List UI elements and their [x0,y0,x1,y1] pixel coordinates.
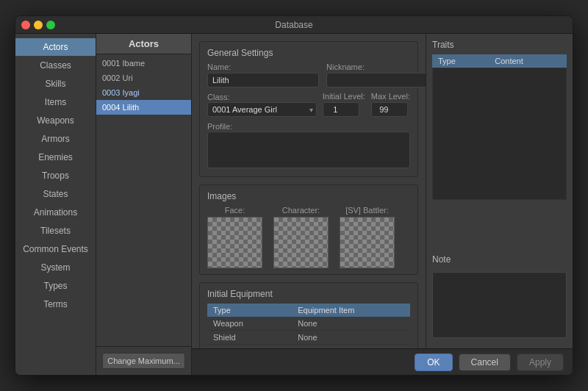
profile-label: Profile: [207,122,232,131]
database-window: Database Actors Classes Skills Items Wea… [15,15,573,376]
main-content: Actors Classes Skills Items Weapons Armo… [15,34,573,375]
equip-item-weapon: None [292,317,410,331]
sidebar-item-troops[interactable]: Troops [15,167,96,184]
sidebar-item-system[interactable]: System [15,259,96,276]
class-select[interactable]: 0001 Average Girl [207,102,317,117]
sidebar-item-actors[interactable]: Actors [15,38,96,56]
level-fields: Initial Level: Max Level: [323,92,410,117]
actor-item-1[interactable]: 0001 Ibame [96,56,191,71]
window-title: Database [275,20,312,30]
face-preview[interactable] [207,217,262,268]
general-settings-section: General Settings Name: Nickname: [199,41,418,177]
actors-list: 0001 Ibame 0002 Uri 0003 Iyagi 0004 Lili… [96,54,191,346]
traits-label: Traits [432,40,567,50]
cancel-button[interactable]: Cancel [459,354,511,371]
equip-row-weapon[interactable]: Weapon None [207,317,410,331]
sv-battler-slot: [SV] Battler: [340,206,395,268]
name-field-group: Name: [207,62,319,87]
initial-level-group: Initial Level: [323,92,365,117]
sidebar-item-states[interactable]: States [15,185,96,203]
apply-button[interactable]: Apply [517,354,564,371]
titlebar: Database [15,16,573,34]
actors-panel-footer: Change Maximum... [96,346,191,375]
max-level-label: Max Level: [371,92,410,101]
equip-item-shield: None [292,331,410,345]
character-slot: Character: [273,206,329,268]
ok-button[interactable]: OK [415,354,452,371]
initial-level-label: Initial Level: [323,92,365,101]
sidebar-item-types[interactable]: Types [15,277,96,295]
equip-col-type: Type [207,304,292,317]
nickname-field-group: Nickname: [326,62,426,87]
face-label: Face: [225,206,245,215]
class-row: Class: 0001 Average Girl [207,92,410,117]
profile-textarea[interactable] [207,132,410,168]
equipment-label: Initial Equipment [207,289,410,299]
equip-col-item: Equipment Item [292,304,410,317]
change-maximum-button[interactable]: Change Maximum... [102,353,185,369]
equipment-table: Type Equipment Item Weapon None [207,304,410,348]
nickname-input[interactable] [326,73,426,87]
minimize-button[interactable] [34,21,43,29]
actors-panel-header: Actors [96,34,191,54]
equip-type-shield: Shield [207,331,292,345]
name-input[interactable] [207,73,319,87]
equip-row-shield[interactable]: Shield None [207,331,410,345]
content-area: General Settings Name: Nickname: [192,34,573,375]
sidebar-item-skills[interactable]: Skills [15,75,96,93]
left-nav: Actors Classes Skills Items Weapons Armo… [15,34,96,375]
profile-group: Profile: [207,121,410,171]
bottom-bar: OK Cancel Apply [192,348,573,375]
images-section: Images Face: Character: [SV] B [199,184,418,275]
sidebar-item-weapons[interactable]: Weapons [15,112,96,129]
traits-col-content: Content [489,54,567,68]
note-section: Note [432,254,567,342]
traits-content-area [432,68,567,200]
traits-panel: Traits Type Content Note [426,34,573,348]
general-settings-label: General Settings [207,48,410,58]
sv-battler-label: [SV] Battler: [345,206,389,215]
maximize-button[interactable] [46,21,55,29]
sidebar-item-enemies[interactable]: Enemies [15,148,96,166]
traits-col-type: Type [432,54,489,68]
name-label: Name: [207,62,319,71]
note-textarea[interactable] [432,272,567,338]
character-label: Character: [282,206,320,215]
equipment-section: Initial Equipment Type Equipment Item [199,282,418,348]
max-level-group: Max Level: [371,92,410,117]
sidebar-item-classes[interactable]: Classes [15,57,96,74]
traits-section: Traits Type Content [432,40,567,248]
character-preview[interactable] [273,217,329,268]
actor-item-2[interactable]: 0002 Uri [96,71,191,85]
sidebar-item-items[interactable]: Items [15,93,96,111]
sidebar-item-armors[interactable]: Armors [15,130,96,148]
class-label: Class: [207,93,230,101]
traffic-lights [21,21,55,29]
sidebar-item-terms[interactable]: Terms [15,295,96,313]
images-row: Face: Character: [SV] Battler: [207,206,410,268]
close-button[interactable] [21,21,30,29]
class-select-group: Class: 0001 Average Girl [207,92,317,117]
max-level-input[interactable] [371,102,408,117]
equip-type-weapon: Weapon [207,317,292,331]
sidebar-item-tilesets[interactable]: Tilesets [15,222,96,240]
actor-item-4[interactable]: 0004 Lilith [96,100,191,115]
traits-table: Type Content [432,54,567,68]
actors-panel: Actors 0001 Ibame 0002 Uri 0003 Iyagi 00… [96,34,192,375]
note-label: Note [432,254,567,265]
settings-grid: Name: Nickname: [207,62,410,87]
main-panel: General Settings Name: Nickname: [192,34,426,348]
sidebar-item-animations[interactable]: Animations [15,204,96,221]
content-top: General Settings Name: Nickname: [192,34,573,348]
nickname-label: Nickname: [326,62,426,71]
actor-item-3[interactable]: 0003 Iyagi [96,85,191,100]
images-label: Images [207,191,410,201]
sidebar-item-common-events[interactable]: Common Events [15,240,96,258]
class-select-wrapper: 0001 Average Girl [207,102,317,117]
sv-battler-preview[interactable] [340,217,395,268]
initial-level-input[interactable] [323,102,359,117]
face-slot: Face: [207,206,262,268]
